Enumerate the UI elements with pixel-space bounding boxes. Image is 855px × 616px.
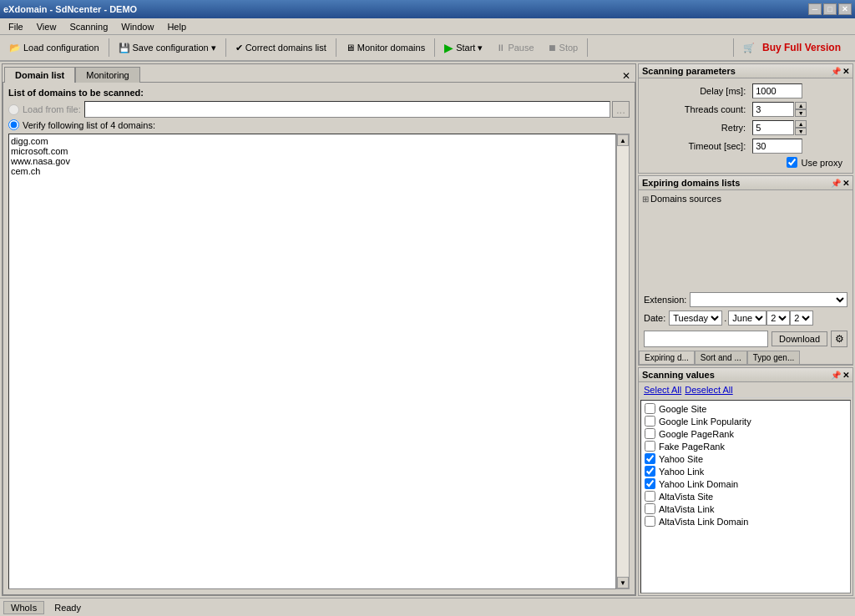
pin-icon-values[interactable]: 📌: [831, 371, 841, 380]
scan-values-content: Select All Deselect All Google Site Goog…: [639, 382, 852, 595]
tab-monitoring[interactable]: Monitoring: [75, 67, 139, 83]
scroll-up-arrow[interactable]: ▲: [617, 134, 629, 146]
google-site-checkbox[interactable]: [645, 403, 655, 414]
domain-scrollbar[interactable]: ▲ ▼: [616, 134, 630, 589]
pin-icon-expiring[interactable]: 📌: [831, 179, 841, 188]
browse-button[interactable]: ...: [612, 101, 630, 118]
delay-input[interactable]: [752, 83, 802, 98]
altavista-link-domain-checkbox[interactable]: [645, 516, 655, 527]
retry-input[interactable]: [752, 120, 794, 135]
menu-scanning[interactable]: Scanning: [63, 20, 114, 33]
menu-window[interactable]: Window: [114, 20, 160, 33]
close-icon-values[interactable]: ✕: [842, 371, 849, 380]
tab-domain-list[interactable]: Domain list: [4, 67, 75, 83]
google-pagerank-checkbox[interactable]: [645, 428, 655, 439]
fake-pagerank-checkbox[interactable]: [645, 441, 655, 452]
sv-toolbar: Select All Deselect All: [639, 382, 852, 398]
date-month-select[interactable]: June: [728, 311, 766, 326]
expiring-panel-controls: 📌 ✕: [831, 179, 849, 188]
extension-select[interactable]: [690, 292, 847, 307]
menu-help[interactable]: Help: [160, 20, 193, 33]
buy-full-version-button[interactable]: 🛒 Buy Full Version: [737, 37, 852, 58]
file-path-input[interactable]: [84, 101, 610, 118]
monitor-domains-button[interactable]: 🖥 Monitor domains: [340, 37, 431, 58]
date-year-select[interactable]: 2: [790, 311, 813, 326]
timeout-input-wrap: [752, 139, 846, 154]
pin-icon[interactable]: 📌: [831, 67, 841, 76]
yahoo-link-domain-checkbox[interactable]: [645, 478, 655, 489]
extension-label: Extension:: [644, 295, 686, 305]
extension-row: Extension:: [639, 290, 852, 309]
maximize-button[interactable]: □: [823, 3, 837, 15]
fake-pagerank-label: Fake PageRank: [659, 442, 725, 452]
whois-tab[interactable]: WhoIs: [3, 601, 44, 614]
toolbar-separator-2: [225, 38, 226, 57]
close-icon-expiring[interactable]: ✕: [842, 179, 849, 188]
play-icon: ▶: [444, 41, 453, 54]
toolbar-separator-5: [587, 38, 588, 57]
pause-button[interactable]: ⏸ Pause: [490, 37, 539, 58]
delay-label: Delay [ms]:: [645, 86, 746, 96]
param-grid: Delay [ms]: Threads count: ▲ ▼ Retry:: [639, 78, 852, 173]
toolbar-separator-4: [434, 38, 435, 57]
correct-domains-label: Correct domains list: [245, 43, 326, 53]
timeout-input[interactable]: [752, 139, 802, 154]
start-dropdown-icon: ▾: [478, 43, 483, 53]
close-button[interactable]: ✕: [838, 3, 852, 15]
retry-down[interactable]: ▼: [795, 128, 807, 135]
btab-expiring-label: Expiring d...: [645, 353, 689, 362]
scanning-values-title: Scanning values: [642, 370, 715, 380]
yahoo-link-label: Yahoo Link: [659, 467, 704, 477]
date-day-select[interactable]: Tuesday: [669, 311, 722, 326]
download-extra-icon[interactable]: ⚙: [831, 331, 847, 347]
google-link-pop-checkbox[interactable]: [645, 416, 655, 427]
use-proxy-checkbox[interactable]: [787, 157, 797, 168]
scroll-down-arrow[interactable]: ▼: [617, 577, 629, 588]
download-button[interactable]: Download: [772, 331, 827, 346]
save-dropdown-icon: ▾: [211, 43, 216, 53]
btab-typo-label: Typo gen...: [753, 353, 794, 362]
save-config-button[interactable]: 💾 Save configuration ▾: [113, 37, 222, 58]
menu-view[interactable]: View: [30, 20, 63, 33]
list-item: AltaVista Link: [643, 502, 848, 515]
buy-label: Buy Full Version: [757, 40, 846, 55]
correct-domains-button[interactable]: ✔ Correct domains list: [230, 37, 332, 58]
altavista-site-checkbox[interactable]: [645, 491, 655, 502]
list-item: Yahoo Link: [643, 465, 848, 477]
load-config-button[interactable]: 📂 Load configuration: [3, 37, 105, 58]
bottom-tabs: Expiring d... Sort and ... Typo gen...: [639, 351, 852, 365]
load-from-file-radio[interactable]: [8, 104, 19, 115]
yahoo-site-checkbox[interactable]: [645, 453, 655, 464]
menu-file[interactable]: File: [2, 20, 30, 33]
start-button[interactable]: ▶ Start ▾: [438, 37, 488, 58]
btab-expiring[interactable]: Expiring d...: [639, 351, 695, 364]
date-num-select[interactable]: 21: [766, 311, 790, 326]
stop-icon: ⏹: [548, 43, 557, 53]
threads-down[interactable]: ▼: [795, 109, 807, 117]
panel-close-icon-params[interactable]: ✕: [842, 67, 849, 76]
threads-input[interactable]: [752, 102, 794, 117]
minimize-button[interactable]: ─: [808, 3, 822, 15]
retry-up[interactable]: ▲: [795, 120, 807, 128]
retry-label: Retry:: [645, 123, 746, 133]
download-input[interactable]: [644, 331, 768, 347]
save-config-label: Save configuration: [133, 43, 209, 53]
delay-input-wrap: [752, 83, 846, 98]
verify-list-radio[interactable]: [8, 119, 19, 130]
yahoo-link-checkbox[interactable]: [645, 466, 655, 477]
tree-item-domains-sources[interactable]: ⊞ Domains sources: [642, 194, 849, 204]
list-item: Yahoo Site: [643, 452, 848, 465]
google-site-label: Google Site: [659, 404, 706, 414]
altavista-link-checkbox[interactable]: [645, 503, 655, 514]
select-all-link[interactable]: Select All: [644, 385, 681, 395]
btab-sort[interactable]: Sort and ...: [695, 351, 747, 364]
threads-up[interactable]: ▲: [795, 102, 807, 109]
altavista-site-label: AltaVista Site: [659, 492, 713, 502]
btab-typo[interactable]: Typo gen...: [747, 351, 800, 364]
scanning-values-header: Scanning values 📌 ✕: [639, 368, 852, 382]
panel-close-icon[interactable]: ✕: [622, 70, 630, 82]
domain-textarea[interactable]: digg.com microsoft.com www.nasa.gov cem.…: [8, 134, 616, 589]
yahoo-site-label: Yahoo Site: [659, 454, 703, 464]
stop-button[interactable]: ⏹ Stop: [542, 37, 584, 58]
deselect-all-link[interactable]: Deselect All: [685, 385, 732, 395]
